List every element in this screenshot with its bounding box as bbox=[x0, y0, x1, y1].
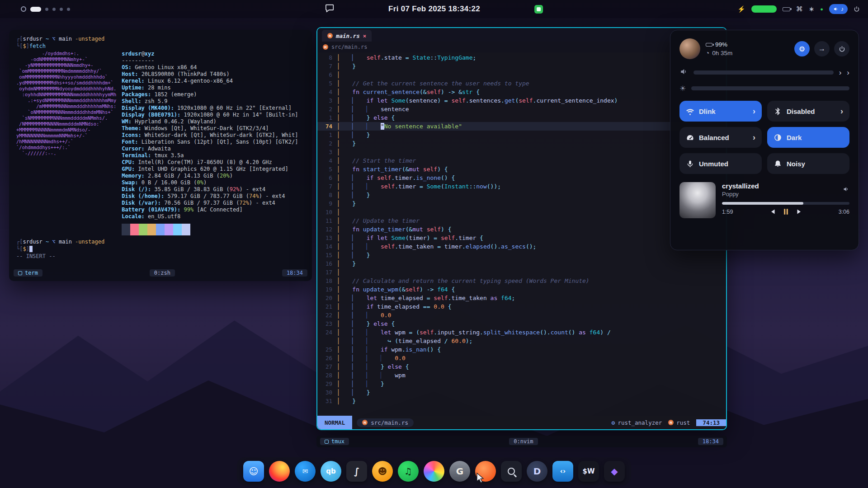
chevron-right-icon[interactable]: › bbox=[753, 107, 755, 116]
toggle-dark[interactable]: Dark bbox=[767, 127, 849, 148]
dock-jdownloader-icon[interactable]: ☻ bbox=[372, 461, 393, 482]
spotify-dot-icon[interactable]: ● bbox=[820, 6, 823, 12]
clock-date[interactable]: Fri 07 Feb 2025 18:34:22 bbox=[388, 5, 480, 14]
code-line[interactable]: 27▏ ▏ ▏ } else { bbox=[317, 362, 726, 371]
toggle-disabled[interactable]: Disabled› bbox=[767, 101, 849, 122]
code-line[interactable]: 1▏ ▏ } else { bbox=[317, 113, 726, 122]
code-line[interactable]: 24▏ ▏ ▏ let wpm = (self.input_string.spl… bbox=[317, 328, 726, 337]
workspace-dot-icon[interactable] bbox=[60, 8, 63, 11]
bolt-icon[interactable]: ⚡ bbox=[737, 5, 745, 13]
code-line[interactable]: 20▏ ▏ let time_elapsed = self.time_taken… bbox=[317, 294, 726, 302]
power-icon[interactable] bbox=[854, 6, 860, 12]
dock-shell-icon[interactable]: ∫ bbox=[346, 461, 367, 482]
code-line[interactable]: 22▏ ▏ ▏ 0.0 bbox=[317, 311, 726, 319]
workspace-ring-icon[interactable] bbox=[21, 6, 26, 12]
toggle-balanced[interactable]: Balanced› bbox=[679, 127, 762, 148]
code-line[interactable]: 2▏ } bbox=[317, 139, 726, 148]
workspace-indicators[interactable] bbox=[21, 6, 70, 12]
next-track-button[interactable] bbox=[796, 209, 803, 215]
fan-icon[interactable]: ∗ bbox=[809, 5, 815, 13]
code-line[interactable]: 5▏ // Get the current sentence the user … bbox=[317, 79, 726, 88]
code-line[interactable]: 3▏ bbox=[317, 148, 726, 156]
code-line[interactable]: 7▏ } bbox=[317, 62, 726, 70]
code-line[interactable]: 18▏ // Calculate and return the current … bbox=[317, 277, 726, 285]
tmux-window-pill[interactable]: 0:nvim bbox=[509, 438, 538, 445]
prompt-cursor-line[interactable]: └[$] bbox=[16, 245, 306, 253]
code-line[interactable]: 7▏ ▏ ▏ self.timer = Some(Instant::now())… bbox=[317, 182, 726, 191]
dock-photos-icon[interactable] bbox=[424, 461, 444, 482]
code-line[interactable]: 11▏ // Update the timer bbox=[317, 216, 726, 225]
workspace-dot-icon[interactable] bbox=[67, 8, 70, 11]
code-line[interactable]: 13▏ ▏ if let Some(timer) = self.timer { bbox=[317, 234, 726, 242]
code-line[interactable]: 14▏ ▏ ▏ self.time_taken = timer.elapsed(… bbox=[317, 242, 726, 251]
logout-arrow-button[interactable]: → bbox=[814, 41, 830, 56]
code-line[interactable]: 74▏ ▏ ▏ "No sentence available" bbox=[317, 122, 726, 131]
tmux-session-pill[interactable]: term bbox=[14, 269, 42, 277]
code-line[interactable]: 16▏ } bbox=[317, 259, 726, 268]
code-line[interactable]: 31▏ } bbox=[317, 397, 726, 405]
code-line[interactable]: 29▏ ▏ ▏ } bbox=[317, 380, 726, 388]
dock-wezterm-icon[interactable]: $W bbox=[578, 461, 599, 482]
code-line[interactable]: 17▏ bbox=[317, 268, 726, 277]
volume-pill[interactable]: ♪ bbox=[829, 4, 848, 14]
dock-spotify-icon[interactable]: ♫ bbox=[398, 461, 419, 482]
code-line[interactable]: 8▏ ▏ } bbox=[317, 191, 726, 199]
tab-main-rs[interactable]: R main.rs × bbox=[322, 30, 372, 42]
dock-obsidian-icon[interactable]: ◆ bbox=[604, 461, 625, 482]
workspace-active-pill[interactable] bbox=[30, 7, 41, 12]
media-progress-bar[interactable] bbox=[722, 202, 849, 205]
chevron-right-icon[interactable]: › bbox=[753, 133, 755, 142]
chevron-right-icon[interactable]: › bbox=[839, 69, 842, 76]
dock-discord-icon[interactable]: D bbox=[527, 461, 547, 482]
code-line[interactable]: 4▏ fn current_sentence(&self) -> &str { bbox=[317, 88, 726, 96]
settings-gear-button[interactable]: ⚙ bbox=[794, 41, 810, 56]
code-line[interactable]: 12▏ fn update_timer(&mut self) { bbox=[317, 225, 726, 234]
media-output-speaker-icon[interactable] bbox=[843, 186, 849, 194]
code-line[interactable]: 2▏ ▏ ▏ sentence bbox=[317, 105, 726, 113]
chevron-right-icon[interactable]: › bbox=[840, 107, 843, 116]
code-line[interactable]: 4▏ // Start the timer bbox=[317, 156, 726, 165]
user-avatar[interactable] bbox=[679, 38, 700, 59]
dock-file-manager-icon[interactable]: ☺ bbox=[243, 461, 264, 482]
tab-close-icon[interactable]: × bbox=[363, 33, 367, 39]
chat-bubble-icon[interactable] bbox=[325, 4, 334, 14]
dock-vscode-icon[interactable]: ‹› bbox=[552, 461, 573, 482]
code-line[interactable]: 5▏ fn start_timer(&mut self) { bbox=[317, 165, 726, 174]
neovim-window[interactable]: R main.rs × R src/main.rs 8▏ ▏ self.stat… bbox=[316, 27, 727, 430]
code-line[interactable]: 25▏ ▏ ▏ if wpm.is_nan() { bbox=[317, 345, 726, 354]
code-line[interactable]: 15▏ ▏ } bbox=[317, 251, 726, 259]
tmux-session-pill[interactable]: tmux bbox=[320, 438, 349, 445]
toggle-dlink[interactable]: Dlink› bbox=[679, 101, 762, 122]
messenger-icon[interactable] bbox=[534, 5, 543, 14]
toggle-unmuted[interactable]: Unmuted bbox=[679, 153, 762, 174]
dock-search-icon[interactable] bbox=[501, 461, 522, 482]
workspace-dot-icon[interactable] bbox=[45, 8, 48, 11]
pause-button[interactable] bbox=[783, 208, 789, 215]
code-line[interactable]: 10▏ bbox=[317, 208, 726, 216]
code-buffer[interactable]: 8▏ ▏ self.state = State::TypingGame;7▏ }… bbox=[317, 52, 726, 416]
tmux-window-pill[interactable]: 0:zsh bbox=[150, 269, 175, 277]
battery-pill[interactable] bbox=[751, 5, 777, 13]
code-line[interactable]: 23▏ ▏ } else { bbox=[317, 319, 726, 328]
chevron-right-icon[interactable]: › bbox=[847, 69, 849, 76]
code-line[interactable]: 9▏ } bbox=[317, 199, 726, 208]
code-line[interactable]: 28▏ ▏ ▏ ▏ wpm bbox=[317, 371, 726, 380]
code-line[interactable]: 8▏ ▏ self.state = State::TypingGame; bbox=[317, 53, 726, 62]
toggle-noisy[interactable]: Noisy bbox=[767, 153, 849, 174]
volume-slider[interactable] bbox=[693, 70, 834, 75]
code-line[interactable]: 26▏ ▏ ▏ ▏ 0.0 bbox=[317, 354, 726, 362]
code-line[interactable]: 21▏ ▏ if time_elapsed == 0.0 { bbox=[317, 302, 726, 311]
dock-qbittorrent-icon[interactable]: qb bbox=[321, 461, 341, 482]
dock-firefox-icon[interactable] bbox=[269, 461, 290, 482]
code-line[interactable]: 6▏ bbox=[317, 70, 726, 79]
power-button[interactable] bbox=[834, 41, 849, 56]
dock-gimp-icon[interactable]: G bbox=[449, 461, 470, 482]
code-line[interactable]: 19▏ fn update_wpm(&self) -> f64 { bbox=[317, 285, 726, 294]
brightness-slider[interactable] bbox=[691, 86, 849, 90]
command-key-icon[interactable]: ⌘ bbox=[796, 5, 803, 13]
code-line[interactable]: 3▏ ▏ if let Some(sentence) = self.senten… bbox=[317, 96, 726, 105]
code-line[interactable]: 30▏ ▏ } bbox=[317, 388, 726, 397]
code-line[interactable]: ▏ ▏ ▏ ↪ (time_elapsed / 60.0); bbox=[317, 337, 726, 345]
code-line[interactable]: 6▏ ▏ if self.timer.is_none() { bbox=[317, 174, 726, 182]
workspace-dot-icon[interactable] bbox=[52, 8, 56, 11]
